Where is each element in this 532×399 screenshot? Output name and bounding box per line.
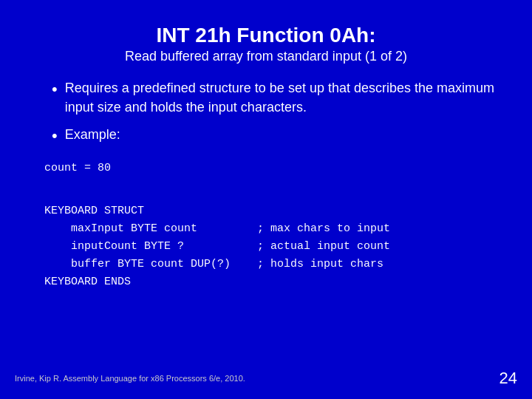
footer-citation: Irvine, Kip R. Assembly Language for x86…: [15, 374, 245, 383]
bullet-dot-1: •: [52, 79, 58, 100]
code-line-maxInput: maxInput BYTE count ; max chars to input: [44, 220, 495, 238]
code-section: count = 80 KEYBOARD STRUCT maxInput BYTE…: [44, 160, 495, 291]
comment-maxInput: ; max chars to input: [257, 222, 390, 235]
bullet-dot-2: •: [52, 126, 58, 147]
comment-inputCount: ; actual input count: [257, 240, 390, 253]
code-line-inputCount: inputCount BYTE ? ; actual input count: [44, 238, 495, 256]
code-line-count-eq: count = 80: [44, 160, 495, 177]
bullets-section: • Requires a predefined structure to be …: [52, 79, 495, 146]
code-line-spacer: [44, 185, 495, 202]
code-line-keyboard-ends: KEYBOARD ENDS: [44, 273, 495, 291]
main-title: INT 21h Function 0Ah:: [37, 22, 495, 49]
page-number: 24: [499, 369, 517, 388]
title-section: INT 21h Function 0Ah: Read buffered arra…: [37, 22, 495, 64]
subtitle: Read buffered array from standard input …: [37, 49, 495, 64]
code-line-keyboard-struct: KEYBOARD STRUCT: [44, 202, 495, 220]
bullet-text-2: Example:: [65, 126, 120, 144]
bullet-text-1: Requires a predefined structure to be se…: [65, 79, 495, 116]
code-line-buffer: buffer BYTE count DUP(?) ; holds input c…: [44, 256, 495, 273]
slide: INT 21h Function 0Ah: Read buffered arra…: [0, 0, 532, 399]
footer: Irvine, Kip R. Assembly Language for x86…: [15, 369, 517, 388]
bullet-item-1: • Requires a predefined structure to be …: [52, 79, 495, 116]
comment-buffer: ; holds input chars: [257, 258, 383, 270]
code-block: count = 80 KEYBOARD STRUCT maxInput BYTE…: [44, 160, 495, 291]
bullet-item-2: • Example:: [52, 126, 495, 147]
